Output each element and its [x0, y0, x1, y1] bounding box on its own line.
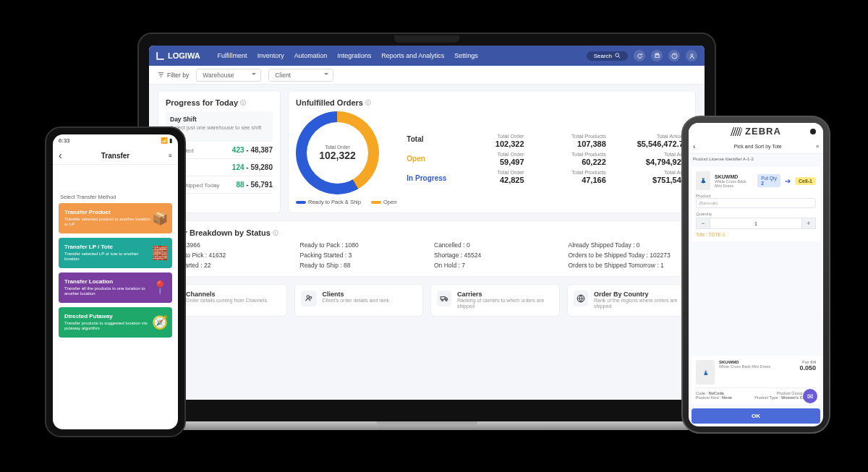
status-column: Total Open In Progress: [407, 135, 446, 182]
bd-item: Ready to Ship : 88: [300, 262, 420, 269]
qty-value[interactable]: 1: [710, 218, 801, 229]
status-open[interactable]: Open: [407, 155, 446, 163]
unfulfilled-card: Unfulfilled Ordersi Total Order 102,322 …: [288, 90, 696, 213]
product-detail: 👗 SKUWMD White Cross Back Mini Dress Pai…: [692, 356, 820, 404]
bd-item: Ready to Pack : 1080: [300, 241, 420, 249]
svg-point-11: [446, 299, 447, 301]
filter-bar: Filter by Warehouse Client: [149, 66, 705, 85]
menu-icon[interactable]: ≡: [169, 153, 172, 159]
tote-cell[interactable]: Cell-1: [795, 177, 816, 185]
warehouse-dropdown[interactable]: Warehouse: [196, 69, 261, 82]
svg-point-7: [307, 296, 310, 299]
tiles-row: ChannelsOrder details coming from Channe…: [158, 284, 696, 317]
method-transfer-lp[interactable]: Transfer LP / ToteTransfer selected LP o…: [59, 238, 172, 268]
pallet-icon: 🧱: [152, 245, 168, 261]
breakdown-card: Order Breakdown by Statusi New : 13966 R…: [158, 220, 696, 277]
tile-country[interactable]: Order By CountryRank of the regions wher…: [567, 284, 697, 317]
tote-hint: Tote : TOTE-1: [696, 232, 816, 237]
phone-screen: 6:33 📶 ▮ ‹ Transfer ≡ Select Transfer Me…: [53, 134, 178, 429]
method-transfer-location[interactable]: Transfer LocationTransfer all the produc…: [59, 273, 172, 303]
clients-icon: [301, 291, 317, 306]
tile-clients[interactable]: ClientsClient's order details and rank: [294, 284, 424, 317]
product-thumb: 👗: [696, 171, 710, 190]
info-icon[interactable]: i: [240, 100, 246, 106]
qty-label: Quantity: [696, 212, 816, 216]
box-icon: 📦: [152, 210, 168, 226]
logo-icon: [156, 51, 165, 60]
laptop-lip: [376, 421, 477, 426]
progress-title: Progress for Todayi: [166, 98, 273, 107]
refresh-icon[interactable]: [634, 50, 645, 61]
svg-point-0: [616, 53, 619, 57]
menu-icon[interactable]: ≡: [816, 144, 819, 149]
bd-item: Cancelled : 0: [434, 241, 554, 249]
bd-item: Orders to be Shipped Tomorrow : 1: [569, 262, 689, 269]
help-icon[interactable]: ?: [668, 50, 680, 61]
plus-button[interactable]: +: [801, 218, 816, 229]
zebra-brand: ZEBRA: [689, 123, 823, 140]
camera-icon: [810, 129, 816, 134]
svg-point-6: [691, 53, 693, 56]
location-icon: 📍: [152, 280, 168, 296]
phone-header: ‹ Transfer ≡: [53, 147, 178, 165]
bd-item: On Hold : 7: [434, 262, 554, 269]
zebra-title: Pick and Sort by Tote: [699, 144, 816, 149]
sku-desc: White Cross Back Mini Dress: [715, 179, 753, 188]
zebra-section: Product License Identifier A-1-2: [689, 154, 823, 164]
tile-carriers[interactable]: CarriersRanking of carriers to which ord…: [430, 284, 560, 317]
back-icon[interactable]: ‹: [693, 142, 695, 150]
zebra-screen: ZEBRA ‹ Pick and Sort by Tote ≡ Product …: [689, 123, 823, 426]
print-icon[interactable]: [651, 50, 663, 61]
filter-label: Filter by: [158, 72, 189, 79]
status-total[interactable]: Total: [407, 135, 446, 143]
svg-rect-9: [441, 297, 445, 300]
phone-title: Transfer: [101, 152, 129, 160]
svg-line-1: [618, 56, 620, 58]
status-progress[interactable]: In Progress: [407, 174, 446, 182]
minus-button[interactable]: −: [696, 218, 710, 229]
client-dropdown[interactable]: Client: [268, 69, 333, 82]
nav-inventory[interactable]: Inventory: [258, 52, 284, 59]
zebra-frame: ZEBRA ‹ Pick and Sort by Tote ≡ Product …: [681, 116, 830, 434]
svg-point-10: [442, 299, 443, 301]
donut-chart: Total Order 102,322: [296, 111, 379, 194]
filter-icon: [158, 72, 164, 78]
nav-reports[interactable]: Reports and Analytics: [381, 52, 444, 59]
ok-button[interactable]: OK: [692, 408, 820, 424]
barcode-input[interactable]: (Barcode): [696, 198, 816, 208]
brand-logo[interactable]: LOGIWA: [156, 51, 200, 60]
carriers-icon: [437, 291, 451, 306]
phone-status-bar: 6:33 📶 ▮: [53, 134, 178, 147]
qty-pill: Put Qty2: [757, 174, 780, 187]
search[interactable]: Search: [587, 51, 628, 61]
globe-icon: [574, 291, 588, 306]
fab-button[interactable]: ✉: [803, 389, 817, 403]
svg-rect-3: [655, 53, 658, 54]
nav-integrations[interactable]: Integrations: [337, 52, 371, 59]
compass-icon: 🧭: [152, 314, 168, 330]
quantity-stepper[interactable]: − 1 +: [696, 218, 816, 229]
status-icons: 📶 ▮: [161, 137, 172, 144]
nav-automation[interactable]: Automation: [294, 52, 328, 59]
user-icon[interactable]: [686, 50, 697, 61]
search-icon: [615, 53, 621, 59]
top-nav: LOGIWA Fulfillment Inventory Automation …: [149, 46, 705, 66]
laptop-frame: LOGIWA Fulfillment Inventory Automation …: [137, 33, 716, 423]
method-transfer-product[interactable]: Transfer ProductTransfer selected produc…: [59, 203, 172, 233]
info-icon[interactable]: i: [365, 100, 371, 106]
bd-item: Shortage : 45524: [434, 252, 554, 259]
donut-value: 102,322: [319, 150, 356, 161]
svg-text:?: ?: [673, 54, 676, 58]
method-directed-putaway[interactable]: Directed PutawayTransfer products to sug…: [59, 307, 172, 338]
phone-frame: 6:33 📶 ▮ ‹ Transfer ≡ Select Transfer Me…: [45, 126, 186, 437]
info-icon[interactable]: i: [273, 230, 278, 236]
phone-time: 6:33: [59, 137, 70, 144]
product-thumb: 👗: [696, 360, 715, 385]
select-method-label: Select Transfer Method: [53, 186, 178, 203]
nav-fulfillment[interactable]: Fulfillment: [218, 52, 247, 59]
svg-rect-2: [655, 54, 658, 57]
bd-item: Already Shipped Today : 0: [569, 241, 689, 249]
back-icon[interactable]: ‹: [59, 150, 62, 161]
nav-settings[interactable]: Settings: [454, 52, 478, 59]
bd-item: Packing Started : 3: [300, 252, 420, 259]
